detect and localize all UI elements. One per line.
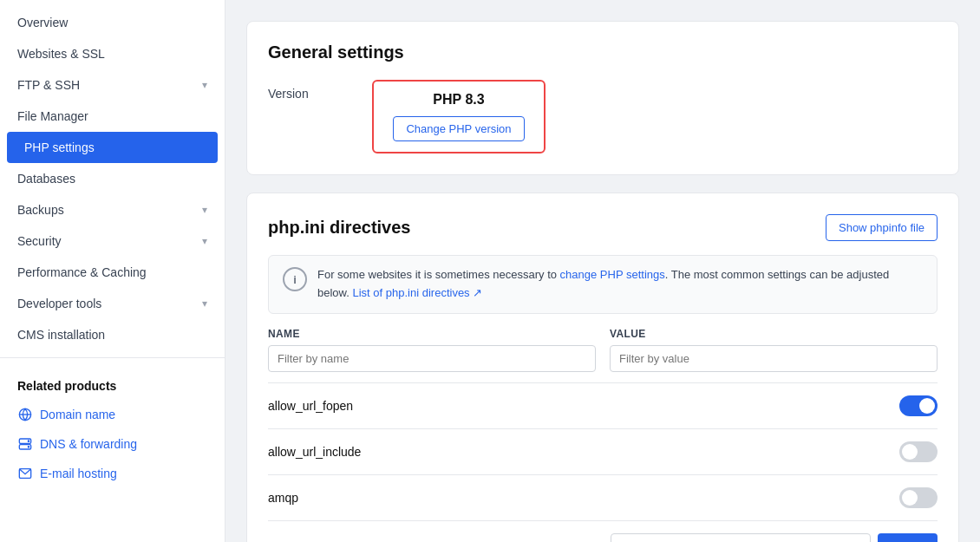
related-link-label-domain-name: Domain name: [40, 408, 115, 421]
info-banner: i For some websites it is sometimes nece…: [268, 255, 938, 314]
version-label: Version: [268, 80, 337, 101]
save-button[interactable]: Save: [878, 533, 938, 542]
apc-shm-size-select[interactable]: 128M 256M 512M: [611, 533, 871, 542]
email-icon: [17, 466, 33, 481]
name-filter-col: Name: [268, 328, 596, 372]
version-box: PHP 8.3 Change PHP version: [372, 80, 546, 153]
version-value: PHP 8.3: [433, 92, 484, 108]
toggle-slider-allow_url_include: [899, 441, 938, 462]
filter-row: Name Value: [268, 328, 938, 383]
value-filter-col: Value: [610, 328, 938, 372]
sidebar-item-performance-caching[interactable]: Performance & Caching: [0, 257, 225, 288]
dns-icon: [17, 436, 33, 452]
globe-icon: [17, 407, 33, 422]
chevron-icon: ▾: [202, 204, 207, 216]
info-text-plain: For some websites it is sometimes necess…: [317, 268, 560, 281]
php-ini-card: php.ini directives Show phpinfo file i F…: [246, 193, 959, 542]
sidebar-item-label-ftp-ssh: FTP & SSH: [17, 78, 80, 92]
sidebar-item-label-performance-caching: Performance & Caching: [17, 265, 147, 279]
related-link-label-dns-forwarding: DNS & forwarding: [40, 437, 137, 451]
directives-container: allow_url_fopen allow_url_include amqp a…: [268, 383, 938, 542]
directive-row-allow_url_include: allow_url_include: [268, 429, 938, 475]
change-php-settings-link[interactable]: change PHP settings: [560, 268, 665, 281]
sidebar-item-databases[interactable]: Databases: [0, 163, 225, 194]
sidebar-item-websites-ssl[interactable]: Websites & SSL: [0, 38, 225, 69]
related-link-domain-name[interactable]: Domain name: [0, 400, 225, 429]
toggle-allow_url_include[interactable]: [899, 441, 938, 462]
svg-point-4: [28, 441, 29, 441]
directive-row-amqp: amqp: [268, 475, 938, 521]
sidebar-item-label-developer-tools: Developer tools: [17, 297, 101, 310]
sidebar-divider: [0, 357, 225, 358]
sidebar-item-ftp-ssh[interactable]: FTP & SSH▾: [0, 69, 225, 101]
value-column-label: Value: [610, 328, 938, 340]
sidebar-item-backups[interactable]: Backups▾: [0, 194, 225, 225]
value-filter-input[interactable]: [610, 345, 938, 372]
toggle-allow_url_fopen[interactable]: [899, 395, 938, 416]
directive-name-allow_url_fopen: allow_url_fopen: [268, 399, 353, 413]
toggle-slider-amqp: [899, 487, 938, 508]
sidebar-item-cms-installation[interactable]: CMS installation: [0, 319, 225, 350]
sidebar-item-label-databases: Databases: [17, 172, 75, 186]
toggle-amqp[interactable]: [899, 487, 938, 508]
sidebar-item-label-php-settings: PHP settings: [24, 140, 95, 154]
php-ini-title: php.ini directives: [268, 218, 410, 238]
chevron-icon: ▾: [202, 235, 207, 247]
sidebar-item-label-backups: Backups: [17, 203, 64, 217]
toggle-slider-allow_url_fopen: [899, 395, 938, 416]
related-link-dns-forwarding[interactable]: DNS & forwarding: [0, 429, 225, 459]
name-column-label: Name: [268, 328, 596, 340]
info-icon: i: [283, 267, 307, 291]
sidebar-item-file-manager[interactable]: File Manager: [0, 101, 225, 132]
related-link-email-hosting[interactable]: E-mail hosting: [0, 459, 225, 488]
show-phpinfo-button[interactable]: Show phpinfo file: [826, 214, 938, 241]
related-products-title: Related products: [0, 365, 225, 400]
svg-point-5: [28, 447, 29, 447]
directive-row-allow_url_fopen: allow_url_fopen: [268, 383, 938, 429]
related-link-label-email-hosting: E-mail hosting: [40, 467, 117, 480]
directives-header: php.ini directives Show phpinfo file: [268, 214, 938, 241]
chevron-icon: ▾: [202, 79, 207, 91]
php-ini-directives-link[interactable]: List of php.ini directives ↗: [352, 286, 482, 299]
general-settings-title: General settings: [268, 42, 938, 62]
main-content: General settings Version PHP 8.3 Change …: [225, 0, 980, 542]
info-text: For some websites it is sometimes necess…: [317, 266, 923, 303]
sidebar-item-overview[interactable]: Overview: [0, 7, 225, 38]
sidebar-item-developer-tools[interactable]: Developer tools▾: [0, 288, 225, 319]
change-php-button[interactable]: Change PHP version: [393, 116, 524, 141]
chevron-icon: ▾: [202, 297, 207, 310]
version-row: Version PHP 8.3 Change PHP version: [268, 80, 938, 153]
apc-controls: 128M 256M 512M Save: [611, 533, 938, 542]
sidebar-item-label-security: Security: [17, 234, 62, 248]
general-settings-card: General settings Version PHP 8.3 Change …: [246, 21, 959, 175]
sidebar-item-label-overview: Overview: [17, 16, 68, 29]
sidebar: OverviewWebsites & SSLFTP & SSH▾File Man…: [0, 0, 225, 542]
sidebar-item-label-websites-ssl: Websites & SSL: [17, 47, 105, 61]
directive-row-apc_shm_size: apc.shm_size 128M 256M 512M Save: [268, 521, 938, 542]
sidebar-item-php-settings[interactable]: PHP settings: [7, 132, 218, 163]
sidebar-item-label-cms-installation: CMS installation: [17, 328, 105, 342]
sidebar-item-label-file-manager: File Manager: [17, 109, 88, 123]
directive-name-amqp: amqp: [268, 491, 298, 505]
name-filter-input[interactable]: [268, 345, 596, 372]
sidebar-item-security[interactable]: Security▾: [0, 225, 225, 257]
directive-name-allow_url_include: allow_url_include: [268, 445, 361, 459]
